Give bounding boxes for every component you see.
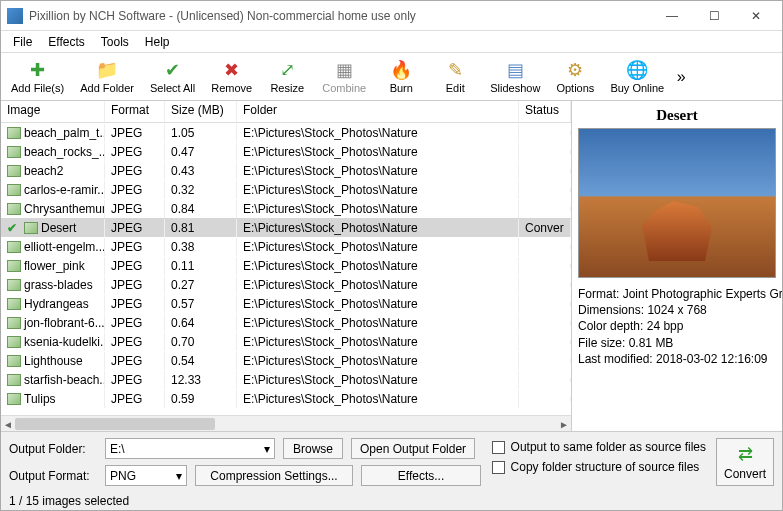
grid-body[interactable]: beach_palm_t...JPEG1.05E:\Pictures\Stock… (1, 123, 571, 415)
cell-format: JPEG (105, 181, 165, 199)
table-row[interactable]: ksenia-kudelki...JPEG0.70E:\Pictures\Sto… (1, 332, 571, 351)
table-row[interactable]: ✔DesertJPEG0.81E:\Pictures\Stock_Photos\… (1, 218, 571, 237)
effects-button[interactable]: Effects... (361, 465, 481, 486)
resize-icon: ⤢ (277, 60, 297, 80)
cell-folder: E:\Pictures\Stock_Photos\Nature (237, 333, 519, 351)
convert-button[interactable]: ⇄ Convert (716, 438, 774, 486)
compression-settings-button[interactable]: Compression Settings... (195, 465, 353, 486)
image-file-icon (24, 222, 38, 234)
toolbar-overflow[interactable]: » (672, 68, 690, 86)
cell-format: JPEG (105, 352, 165, 370)
table-row[interactable]: carlos-e-ramir...JPEG0.32E:\Pictures\Sto… (1, 180, 571, 199)
edit-button[interactable]: ✎Edit (428, 55, 482, 99)
table-row[interactable]: grass-bladesJPEG0.27E:\Pictures\Stock_Ph… (1, 275, 571, 294)
cell-status (519, 378, 571, 382)
check-icon: ✔ (163, 60, 183, 80)
table-row[interactable]: jon-flobrant-6...JPEG0.64E:\Pictures\Sto… (1, 313, 571, 332)
col-header-status[interactable]: Status (519, 101, 571, 122)
menu-help[interactable]: Help (137, 33, 178, 51)
table-row[interactable]: HydrangeasJPEG0.57E:\Pictures\Stock_Phot… (1, 294, 571, 313)
image-file-icon (7, 355, 21, 367)
table-row[interactable]: beach_rocks_...JPEG0.47E:\Pictures\Stock… (1, 142, 571, 161)
meta-depth: 24 bpp (647, 319, 684, 333)
cell-format: JPEG (105, 124, 165, 142)
bottom-panel: Output Folder: E:\▾ Browse Open Output F… (1, 431, 782, 492)
cell-folder: E:\Pictures\Stock_Photos\Nature (237, 162, 519, 180)
table-row[interactable]: flower_pinkJPEG0.11E:\Pictures\Stock_Pho… (1, 256, 571, 275)
cell-size: 0.54 (165, 352, 237, 370)
combine-icon: ▦ (334, 60, 354, 80)
cell-format: JPEG (105, 238, 165, 256)
table-row[interactable]: LighthouseJPEG0.54E:\Pictures\Stock_Phot… (1, 351, 571, 370)
scroll-right-arrow[interactable]: ► (557, 416, 571, 432)
cell-image: jon-flobrant-6... (24, 316, 105, 330)
cell-format: JPEG (105, 390, 165, 408)
cell-folder: E:\Pictures\Stock_Photos\Nature (237, 352, 519, 370)
scroll-left-arrow[interactable]: ◄ (1, 416, 15, 432)
options-button[interactable]: ⚙Options (548, 55, 602, 99)
cell-folder: E:\Pictures\Stock_Photos\Nature (237, 371, 519, 389)
preview-metadata: Format: Joint Photographic Experts Group… (578, 286, 776, 367)
col-header-format[interactable]: Format (105, 101, 165, 122)
select-all-button[interactable]: ✔Select All (142, 55, 203, 99)
convert-icon: ⇄ (738, 443, 753, 465)
preview-title: Desert (578, 107, 776, 124)
burn-button[interactable]: 🔥Burn (374, 55, 428, 99)
cell-folder: E:\Pictures\Stock_Photos\Nature (237, 314, 519, 332)
cell-format: JPEG (105, 143, 165, 161)
output-folder-combo[interactable]: E:\▾ (105, 438, 275, 459)
open-output-folder-button[interactable]: Open Output Folder (351, 438, 475, 459)
scroll-thumb[interactable] (15, 418, 215, 430)
cell-format: JPEG (105, 295, 165, 313)
cell-size: 0.81 (165, 219, 237, 237)
cell-status (519, 321, 571, 325)
cell-format: JPEG (105, 219, 165, 237)
copy-structure-checkbox[interactable]: Copy folder structure of source files (492, 460, 706, 474)
horizontal-scrollbar[interactable]: ◄ ► (1, 415, 571, 431)
menu-file[interactable]: File (5, 33, 40, 51)
col-header-size[interactable]: Size (MB) (165, 101, 237, 122)
close-button[interactable]: ✕ (736, 2, 776, 30)
table-row[interactable]: beach2JPEG0.43E:\Pictures\Stock_Photos\N… (1, 161, 571, 180)
table-row[interactable]: starfish-beach...JPEG12.33E:\Pictures\St… (1, 370, 571, 389)
menu-tools[interactable]: Tools (93, 33, 137, 51)
cell-size: 0.57 (165, 295, 237, 313)
browse-button[interactable]: Browse (283, 438, 343, 459)
table-row[interactable]: elliott-engelm...JPEG0.38E:\Pictures\Sto… (1, 237, 571, 256)
cell-status (519, 340, 571, 344)
cell-format: JPEG (105, 314, 165, 332)
meta-modified: 2018-03-02 12:16:09 (656, 352, 767, 366)
add-files-button[interactable]: ✚Add File(s) (3, 55, 72, 99)
same-folder-checkbox[interactable]: Output to same folder as source files (492, 440, 706, 454)
maximize-button[interactable]: ☐ (694, 2, 734, 30)
col-header-folder[interactable]: Folder (237, 101, 519, 122)
table-row[interactable]: TulipsJPEG0.59E:\Pictures\Stock_Photos\N… (1, 389, 571, 408)
add-folder-button[interactable]: 📁Add Folder (72, 55, 142, 99)
resize-button[interactable]: ⤢Resize (260, 55, 314, 99)
app-icon (7, 8, 23, 24)
slideshow-button[interactable]: ▤Slideshow (482, 55, 548, 99)
cell-image: starfish-beach... (24, 373, 105, 387)
meta-filesize: 0.81 MB (629, 336, 674, 350)
file-grid: Image Format Size (MB) Folder Status bea… (1, 101, 571, 415)
cell-folder: E:\Pictures\Stock_Photos\Nature (237, 124, 519, 142)
table-row[interactable]: ChrysanthemumJPEG0.84E:\Pictures\Stock_P… (1, 199, 571, 218)
cell-status (519, 283, 571, 287)
minimize-button[interactable]: ― (652, 2, 692, 30)
output-format-combo[interactable]: PNG▾ (105, 465, 187, 486)
preview-panel: Desert Format: Joint Photographic Expert… (572, 101, 782, 431)
buy-online-button[interactable]: 🌐Buy Online (602, 55, 672, 99)
image-file-icon (7, 393, 21, 405)
checkbox-icon (492, 441, 505, 454)
cell-image: Lighthouse (24, 354, 83, 368)
col-header-image[interactable]: Image (1, 101, 105, 122)
chevron-down-icon: ▾ (176, 469, 182, 483)
cell-size: 0.47 (165, 143, 237, 161)
menu-effects[interactable]: Effects (40, 33, 92, 51)
image-file-icon (7, 298, 21, 310)
table-row[interactable]: beach_palm_t...JPEG1.05E:\Pictures\Stock… (1, 123, 571, 142)
cell-folder: E:\Pictures\Stock_Photos\Nature (237, 219, 519, 237)
cell-image: beach2 (24, 164, 63, 178)
remove-button[interactable]: ✖Remove (203, 55, 260, 99)
plus-icon: ✚ (28, 60, 48, 80)
